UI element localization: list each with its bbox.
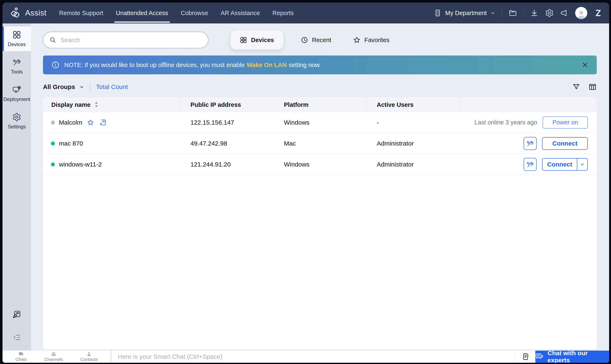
notes-clipboard-icon[interactable] (521, 352, 530, 361)
department-selector[interactable]: My Department (434, 9, 495, 17)
tab-devices-label: Devices (251, 37, 274, 44)
clock-icon (301, 36, 308, 44)
device-toolbar: Devices Recent Fav (43, 30, 597, 50)
search-box[interactable] (43, 32, 209, 48)
group-bar-divider (90, 82, 91, 91)
chats-label: Chats (15, 357, 27, 362)
app-window: Assist Remote Support Unattended Access … (2, 2, 609, 363)
sidebar-item-deployment[interactable]: Deployment (2, 81, 31, 106)
people-group-icon (51, 351, 57, 357)
settings-gear-icon (12, 113, 21, 122)
notes-pencil-icon[interactable] (2, 310, 31, 319)
table-row[interactable]: mac 870 49.47.242.98 Mac Administrator C (43, 133, 597, 154)
chats-button[interactable]: Chats (15, 351, 27, 362)
nav-item-reports[interactable]: Reports (272, 2, 294, 24)
nav-items: Remote Support Unattended Access Cobrows… (59, 2, 294, 24)
channels-button[interactable]: Channels (44, 351, 63, 362)
nav-right-cluster: My Department (434, 7, 603, 19)
sidebar-label-devices: Devices (8, 41, 26, 47)
device-ip: 49.47.242.98 (190, 140, 227, 147)
sidebar-item-tools[interactable]: Tools (2, 54, 31, 78)
folder-icon[interactable] (508, 9, 517, 17)
total-count-link[interactable]: Total Count (96, 83, 128, 91)
power-on-button[interactable]: Power on (543, 117, 588, 129)
gear-icon[interactable] (545, 9, 554, 17)
devices-grid-icon (240, 36, 247, 44)
nav-item-remote-support[interactable]: Remote Support (59, 2, 103, 24)
column-divider (460, 100, 460, 109)
connect-split-button[interactable]: Connect (542, 158, 588, 171)
add-note-icon[interactable] (99, 119, 107, 126)
nav-item-cobrowse[interactable]: Cobrowse (181, 2, 208, 24)
channels-label: Channels (44, 357, 63, 362)
tab-favorites[interactable]: Favorites (353, 30, 389, 50)
group-bar-actions (572, 83, 597, 91)
chat-with-experts-button[interactable]: Chat with our experts (535, 351, 609, 363)
chat-bubble-icon (18, 351, 24, 357)
device-active-users: Administrator (377, 140, 414, 147)
assist-logo-icon (10, 7, 22, 19)
tab-recent-label: Recent (312, 37, 331, 44)
chevron-down-icon (79, 84, 85, 90)
columns-icon[interactable] (588, 83, 597, 91)
device-name: mac 870 (59, 140, 83, 147)
remote-tools-button[interactable] (524, 158, 537, 171)
contacts-button[interactable]: Contacts (80, 351, 98, 362)
device-platform: Windows (284, 119, 309, 126)
person-icon (86, 351, 92, 357)
device-active-users: Administrator (377, 161, 414, 168)
main-area: Devices Tools (2, 24, 609, 351)
smart-chat-input[interactable] (118, 353, 509, 360)
remote-tools-button[interactable] (524, 137, 537, 150)
column-header-display-name[interactable]: Display name (51, 101, 98, 108)
table-row[interactable]: Malcolm (43, 112, 597, 133)
assist-logo[interactable]: Assist (10, 7, 47, 19)
status-dot-offline (51, 120, 55, 124)
wake-on-lan-link[interactable]: Wake On LAN (247, 62, 287, 68)
column-header-active-users: Active Users (377, 101, 414, 108)
favorite-star-icon[interactable] (87, 119, 94, 126)
star-icon (353, 36, 361, 44)
sidebar-item-settings[interactable]: Settings (2, 109, 31, 133)
download-icon[interactable] (530, 9, 539, 17)
top-nav: Assist Remote Support Unattended Access … (2, 2, 609, 24)
tab-favorites-label: Favorites (364, 37, 389, 44)
tools-icon (12, 58, 21, 67)
devices-table: Display name Public IP address Platform … (43, 97, 597, 349)
group-selector[interactable]: All Groups (43, 83, 85, 91)
zoho-one-icon[interactable] (594, 8, 603, 18)
column-divider (180, 100, 180, 109)
connect-options-chevron[interactable] (577, 158, 587, 170)
expert-chat-icon (535, 352, 544, 361)
last-online-text: Last online 3 years ago (474, 119, 537, 126)
filter-funnel-icon[interactable] (572, 83, 580, 91)
search-input[interactable] (61, 37, 202, 44)
megaphone-icon[interactable] (560, 9, 569, 17)
chat-with-experts-label: Chat with our experts (547, 350, 609, 363)
close-icon[interactable] (582, 62, 588, 68)
device-platform: Mac (284, 140, 296, 147)
connect-button[interactable]: Connect (542, 137, 588, 150)
tab-recent[interactable]: Recent (301, 30, 331, 50)
deployment-monitor-plus-icon (12, 85, 22, 94)
column-header-platform: Platform (284, 101, 309, 108)
group-selector-label: All Groups (43, 83, 75, 91)
status-dot-online (51, 162, 55, 166)
sidebar-label-settings: Settings (8, 124, 26, 130)
nav-item-ar-assistance[interactable]: AR Assistance (221, 2, 260, 24)
nav-item-unattended-access[interactable]: Unattended Access (116, 2, 168, 24)
device-name: Malcolm (59, 119, 82, 126)
avatar[interactable] (575, 7, 587, 19)
collapse-panel-icon[interactable] (2, 333, 31, 342)
sidebar-item-devices[interactable]: Devices (2, 26, 31, 51)
group-bar: All Groups Total Count (43, 81, 597, 93)
device-platform: Windows (284, 161, 309, 168)
table-row[interactable]: windows-w11-2 121.244.91.20 Windows Admi… (43, 154, 597, 175)
device-ip: 121.244.91.20 (190, 161, 231, 168)
connect-button-label[interactable]: Connect (543, 158, 577, 170)
banner-text-prefix: NOTE: If you would like to boot up offli… (64, 62, 245, 68)
smart-chat-panel: Chat with our experts (111, 351, 609, 363)
table-empty-area (43, 175, 597, 349)
chat-sections: Chats Channels (2, 351, 111, 363)
tab-devices[interactable]: Devices (230, 30, 283, 50)
